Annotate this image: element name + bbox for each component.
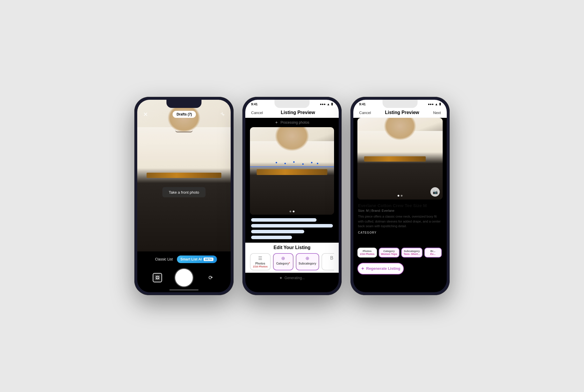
skeleton-bar: [251, 236, 292, 239]
notch-3: [383, 100, 418, 108]
camera-preview: [137, 100, 231, 251]
battery-icon-2: ▮: [331, 102, 333, 106]
regen-sparkle-icon: ✦: [361, 266, 364, 271]
scan-dot: [284, 163, 286, 164]
tab-category-label-3: Category: [383, 250, 395, 253]
listing-photo-area[interactable]: 📷: [357, 118, 443, 200]
scan-line: [250, 167, 334, 167]
tab-category-sub-3: Women Tops: [381, 253, 397, 256]
edit-tabs-3: Photos 1/16 Photos Category Women Tops S…: [357, 248, 443, 259]
wifi-icon-2: ▲: [327, 102, 330, 106]
size-brand: Size: M | Brand: Everlane: [358, 209, 442, 212]
smart-list-button[interactable]: Smart List AI BETA: [177, 256, 217, 263]
take-photo-prompt: Take a front photo: [162, 187, 206, 197]
tab-brand-sub-3: Ev...: [430, 253, 436, 256]
skeleton-bar: [251, 224, 333, 228]
listing-dot: [401, 195, 403, 197]
signal-icon-3: ●●●: [428, 102, 434, 106]
camera-top-controls: ✕ Drafts (7) ✂: [137, 111, 231, 118]
photo-dot: [290, 211, 291, 212]
edit-listing-title-2: Edit Your Listing: [250, 245, 334, 250]
tab-photos-sub-3: 1/16 Photos: [360, 253, 375, 256]
tab-brand-2[interactable]: B: [321, 253, 334, 270]
home-indicator-1: [169, 289, 199, 290]
time-3: 9:41: [359, 102, 366, 106]
edit-tabs-2: ☰ Photos 1/16 Photos ⊕ Category* ⊕ Sub: [250, 253, 334, 272]
listing-description: This piece offers a classic crew neck, o…: [358, 214, 442, 229]
flip-camera-button[interactable]: ⟳: [206, 273, 215, 282]
subcategory-icon-2: ⊕: [305, 256, 309, 261]
tab-photos-label-3: Photos: [363, 250, 372, 253]
listing-photo-bg: [357, 118, 443, 200]
notch-1: [166, 100, 201, 108]
camera-bottom-controls: 🖼 ⟳: [137, 269, 231, 286]
scan-dots: [267, 160, 326, 166]
edit-listing-section-2: Edit Your Listing ☰ Photos 1/16 Photos ⊕…: [245, 243, 339, 273]
tab-photos-2[interactable]: ☰ Photos 1/16 Photos: [250, 253, 271, 270]
tab-subcategory-2[interactable]: ⊕ Subcategory: [296, 253, 319, 270]
phone-1-camera: Take a front photo ✕ Drafts (7) ✂ Classi…: [134, 97, 234, 295]
listing-belt: [364, 156, 425, 162]
skeleton-bar: [251, 218, 317, 222]
category-section-label: CATEGORY: [358, 231, 442, 234]
camera-photo-bg: [137, 100, 231, 251]
listing-header-2: Cancel Listing Preview: [245, 107, 339, 118]
phones-container: Take a front photo ✕ Drafts (7) ✂ Classi…: [134, 97, 450, 295]
tab-brand-3[interactable]: Br... Ev...: [424, 248, 442, 258]
gallery-button[interactable]: 🖼: [153, 273, 162, 282]
home-indicator-2: [277, 289, 307, 290]
listing-info: Everlane Cotton Crew Tee Size M Size: M …: [353, 200, 447, 238]
tab-subcategory-3[interactable]: Subcategory Tees- Short...: [401, 248, 422, 258]
camera-overlay-button[interactable]: 📷: [430, 187, 440, 197]
processing-label: Processing photos: [281, 120, 310, 125]
tab-brand-label-3: Br...: [430, 250, 435, 253]
subcategory-label-2: Subcategory: [299, 262, 317, 265]
listing-type-toggle: Classic List Smart List AI BETA: [137, 256, 231, 263]
header-title-2: Listing Preview: [281, 110, 315, 115]
drafts-button[interactable]: Drafts (7): [173, 111, 196, 118]
status-icons-2: ●●● ▲ ▮: [320, 102, 333, 106]
edit-listing-section-3: Edit Your Listing Photos 1/16 Photos Cat…: [353, 238, 447, 260]
beta-badge: BETA: [204, 258, 213, 261]
photos-sublabel-2: 1/16 Photos: [253, 265, 268, 268]
wifi-icon-3: ▲: [435, 102, 438, 106]
close-button[interactable]: ✕: [143, 111, 148, 118]
classic-list-button[interactable]: Classic List: [151, 256, 177, 263]
time-2: 9:41: [251, 102, 258, 106]
tab-category-2[interactable]: ⊕ Category*: [273, 253, 293, 270]
tab-photos-3[interactable]: Photos 1/16 Photos: [357, 248, 377, 258]
category-label-2: Category*: [276, 262, 290, 265]
photos-icon-2: ☰: [258, 256, 262, 261]
photo-dot-active: [293, 211, 295, 212]
notch-2: [274, 100, 310, 108]
cancel-button-2[interactable]: Cancel: [251, 111, 263, 115]
home-indicator-3: [385, 289, 415, 290]
header-title-3: Listing Preview: [385, 110, 419, 115]
category-icon-2: ⊕: [281, 256, 285, 261]
scissors-icon[interactable]: ✂: [219, 111, 226, 118]
tab-subcategory-sub-3: Tees- Short...: [404, 253, 420, 256]
battery-icon-3: ▮: [439, 102, 441, 106]
sparkle-icon: ✦: [279, 276, 283, 280]
loading-skeleton: [245, 215, 339, 243]
generating-label: Generating...: [284, 276, 305, 280]
tab-subcategory-label-3: Subcategory: [404, 250, 420, 253]
skeleton-bar: [251, 230, 304, 233]
processing-banner: ✦ Processing photos: [245, 118, 339, 127]
signal-icon-2: ●●●: [320, 102, 326, 106]
scan-dot: [293, 161, 295, 163]
next-button-3[interactable]: Next: [433, 111, 441, 115]
listing-header-3: Cancel Listing Preview Next: [353, 107, 447, 118]
listing-title: Everlane Cotton Crew Tee Size M: [358, 203, 442, 208]
photo-indicators-2: [290, 211, 295, 212]
tab-category-3[interactable]: Category Women Tops: [379, 248, 400, 258]
regenerate-button[interactable]: ✦ Regenerate Listing: [357, 263, 404, 274]
shutter-button[interactable]: [175, 269, 193, 286]
spinner-icon: ✦: [275, 120, 278, 125]
photo-preview-area[interactable]: [250, 127, 334, 215]
regen-label: Regenerate Listing: [366, 266, 400, 271]
edit-listing-title-3: Edit Your Listing: [357, 239, 443, 245]
preview-belt-2: [257, 169, 327, 175]
cancel-button-3[interactable]: Cancel: [359, 111, 371, 115]
listing-photo-dots: [398, 195, 403, 197]
